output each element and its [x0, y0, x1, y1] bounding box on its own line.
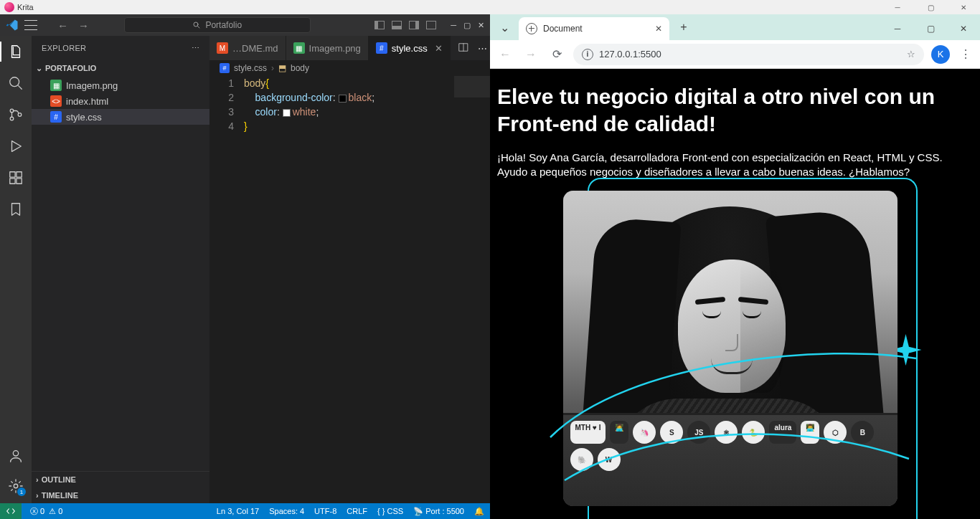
browser-menu-icon[interactable]: ⋮	[957, 47, 974, 61]
svg-line-3	[19, 86, 22, 90]
browser-maximize-button[interactable]: ▢	[914, 17, 947, 40]
svg-point-12	[14, 484, 18, 488]
hero-image-wrap: MTH ♥ I👩‍💻🦄SJS⚛🐍alura👨‍💻⬡B🐘W	[563, 191, 908, 506]
status-liveserver[interactable]: 📡 Port : 5500	[413, 507, 464, 516]
source-control-activity-icon[interactable]	[7, 106, 24, 123]
layout-customize-icon[interactable]	[426, 21, 436, 29]
md-file-icon: M	[217, 42, 228, 54]
browser-toolbar: ← → ⟳ i 127.0.0.1:5500 ☆ K ⋮	[490, 40, 980, 69]
settings-activity-icon[interactable]: 1	[7, 477, 24, 495]
sidebar-explorer: EXPLORER ⋯ ⌄ PORTAFOLIO ▦Imagem.png<>ind…	[32, 36, 209, 503]
status-notifications-icon[interactable]: 🔔	[474, 507, 484, 516]
file-item[interactable]: ▦Imagem.png	[32, 77, 209, 93]
status-eol[interactable]: CRLF	[347, 507, 367, 515]
run-debug-activity-icon[interactable]	[7, 138, 24, 155]
address-bar[interactable]: i 127.0.0.1:5500 ☆	[573, 44, 924, 65]
status-lang[interactable]: { } CSS	[377, 507, 403, 515]
tab-label: style.css	[392, 43, 428, 54]
page-heading: Eleve tu negocio digital a otro nivel co…	[497, 83, 973, 138]
layout-panel-icon[interactable]	[392, 21, 402, 29]
os-close-button[interactable]: ✕	[947, 0, 980, 14]
svg-rect-9	[10, 178, 15, 184]
svg-rect-7	[10, 172, 15, 177]
more-actions-icon[interactable]: ⋯	[478, 43, 487, 54]
explorer-activity-icon[interactable]	[7, 43, 24, 60]
nav-forward-button[interactable]: →	[78, 19, 89, 32]
window-maximize-button[interactable]: ▢	[463, 21, 471, 30]
img-file-icon: ▦	[293, 42, 305, 54]
search-activity-icon[interactable]	[7, 75, 24, 92]
search-placeholder: Portafolio	[205, 20, 242, 30]
hamburger-menu-icon[interactable]	[24, 20, 37, 30]
code-content[interactable]: body{ background-color: black; color: wh…	[244, 76, 374, 503]
breadcrumb[interactable]: #style.css›⬒body	[209, 60, 490, 76]
code-editor[interactable]: 1234 body{ background-color: black; colo…	[209, 76, 490, 503]
laptop-sticker: 👩‍💻	[610, 421, 628, 444]
browser-close-button[interactable]: ✕	[947, 17, 980, 40]
svg-point-11	[13, 451, 18, 456]
tab-close-icon[interactable]: ✕	[435, 43, 443, 54]
status-problems[interactable]: ⓧ 0 ⚠ 0	[30, 506, 62, 517]
svg-line-1	[198, 27, 200, 29]
window-close-button[interactable]: ✕	[478, 21, 484, 30]
laptop-sticker: B	[851, 421, 874, 444]
sticker-grid: MTH ♥ I👩‍💻🦄SJS⚛🐍alura👨‍💻⬡B🐘W	[570, 421, 890, 506]
status-encoding[interactable]: UTF-8	[314, 507, 336, 515]
profile-avatar[interactable]: K	[931, 45, 950, 64]
line-gutter: 1234	[209, 76, 244, 503]
explorer-more-icon[interactable]: ⋯	[192, 44, 199, 53]
page-viewport: Eleve tu negocio digital a otro nivel co…	[490, 69, 980, 519]
browser-reload-button[interactable]: ⟳	[547, 45, 566, 64]
breadcrumb-item[interactable]: style.css	[234, 63, 267, 73]
tab-close-button[interactable]: ✕	[655, 24, 662, 34]
layout-primary-icon[interactable]	[374, 21, 385, 29]
site-info-icon[interactable]: i	[582, 49, 593, 60]
page-paragraph: ¡Hola! Soy Ana García, desarrolladora Fr…	[497, 151, 973, 180]
os-maximize-button[interactable]: ▢	[914, 0, 947, 14]
minimap[interactable]	[454, 76, 490, 503]
status-spaces[interactable]: Spaces: 4	[269, 507, 304, 515]
tab-label: …DME.md	[232, 43, 278, 54]
browser-window: ⌄ Document ✕ + ─ ▢ ✕ ← → ⟳ i	[490, 14, 980, 519]
outline-panel-header[interactable]: ›OUTLINE	[32, 472, 209, 487]
status-cursor[interactable]: Ln 3, Col 17	[217, 507, 259, 515]
settings-badge: 1	[17, 487, 26, 496]
laptop-sticker: MTH ♥ I	[570, 421, 606, 444]
file-item[interactable]: #style.css	[32, 109, 209, 125]
extensions-activity-icon[interactable]	[7, 169, 24, 186]
file-name: Imagem.png	[66, 80, 118, 91]
command-center-search[interactable]: Portafolio	[124, 17, 311, 33]
window-minimize-button[interactable]: ─	[451, 21, 456, 29]
browser-minimize-button[interactable]: ─	[881, 17, 914, 40]
file-name: index.html	[66, 96, 108, 107]
bookmark-star-icon[interactable]: ☆	[907, 49, 915, 59]
new-tab-button[interactable]: +	[674, 17, 694, 37]
file-item[interactable]: <>index.html	[32, 93, 209, 109]
editor-tab[interactable]: ▦Imagem.png	[286, 36, 369, 60]
explorer-title: EXPLORER	[42, 44, 86, 52]
accounts-activity-icon[interactable]	[7, 447, 24, 465]
timeline-panel-header[interactable]: ›TIMELINE	[32, 487, 209, 503]
split-editor-icon[interactable]	[458, 42, 469, 54]
bookmark-activity-icon[interactable]	[7, 201, 24, 218]
layout-secondary-icon[interactable]	[409, 21, 419, 29]
vscode-window: ← → Portafolio ─ ▢ ✕	[0, 14, 490, 519]
folder-name: PORTAFOLIO	[45, 64, 96, 72]
img-file-icon: ▦	[50, 80, 62, 91]
tab-search-button[interactable]: ⌄	[493, 17, 516, 37]
browser-back-button[interactable]: ←	[496, 45, 514, 64]
browser-tab[interactable]: Document ✕	[519, 17, 669, 40]
laptop-image: MTH ♥ I👩‍💻🦄SJS⚛🐍alura👨‍💻⬡B🐘W	[563, 413, 897, 506]
browser-titlebar: ⌄ Document ✕ + ─ ▢ ✕	[490, 14, 980, 40]
status-bar: ⓧ 0 ⚠ 0 Ln 3, Col 17 Spaces: 4 UTF-8 CRL…	[0, 503, 490, 519]
breadcrumb-item[interactable]: body	[291, 63, 309, 73]
editor-tab[interactable]: #style.css✕	[369, 36, 451, 60]
portrait-image: MTH ♥ I👩‍💻🦄SJS⚛🐍alura👨‍💻⬡B🐘W	[563, 191, 897, 506]
folder-header[interactable]: ⌄ PORTAFOLIO	[32, 60, 209, 76]
editor-tab[interactable]: M…DME.md	[209, 36, 286, 60]
browser-forward-button[interactable]: →	[522, 45, 540, 64]
remote-indicator[interactable]	[0, 503, 22, 519]
os-minimize-button[interactable]: ─	[881, 0, 914, 14]
nav-back-button[interactable]: ←	[57, 19, 68, 32]
os-titlebar: Krita ─ ▢ ✕	[0, 0, 980, 14]
